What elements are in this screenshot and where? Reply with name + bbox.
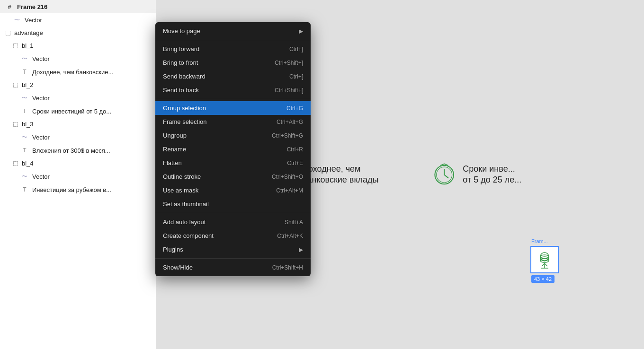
menu-label: Send to back	[163, 87, 199, 94]
sidebar-item-vector3[interactable]: 〜Vector	[0, 91, 156, 105]
sidebar-item-label: Сроки инвестиций от 5 до...	[32, 108, 111, 115]
menu-item-outline-stroke[interactable]: Outline strokeCtrl+Shift+O	[155, 170, 311, 183]
sidebar-item-vector4[interactable]: 〜Vector	[0, 131, 156, 144]
menu-item-send-backward[interactable]: Send backwardCtrl+[	[155, 70, 311, 83]
sidebar-item-text1[interactable]: TДоходнее, чем банковские...	[0, 65, 156, 79]
wave-icon: 〜	[21, 133, 28, 141]
box-icon	[13, 44, 18, 48]
wave-icon: 〜	[21, 173, 28, 180]
sidebar-item-label: bl_4	[22, 160, 34, 167]
menu-item-set-as-thumbnail[interactable]: Set as thumbnail	[155, 197, 311, 211]
menu-label: Show/Hide	[163, 264, 193, 271]
sidebar-item-label: Vector	[32, 95, 50, 102]
menu-label: Rename	[163, 146, 186, 153]
menu-label: Set as thumbnail	[163, 201, 209, 208]
mini-frame-icon	[535, 250, 554, 269]
box-icon	[6, 31, 10, 35]
menu-item-group-selection[interactable]: Group selectionCtrl+G	[155, 101, 311, 115]
sidebar-item-label: Vector	[32, 55, 50, 62]
sidebar-item-label: Frame 216	[17, 3, 47, 10]
menu-label: Outline stroke	[163, 173, 201, 180]
menu-item-add-auto-layout[interactable]: Add auto layoutShift+A	[155, 215, 311, 229]
sidebar-item-label: Vector	[32, 134, 50, 141]
menu-shortcut: Ctrl+Alt+M	[276, 187, 303, 194]
menu-label: Bring to front	[163, 59, 198, 66]
menu-shortcut: Ctrl+]	[289, 46, 303, 52]
sidebar-item-label: Vector	[32, 173, 50, 180]
menu-divider	[155, 40, 311, 40]
menu-label: Frame selection	[163, 118, 206, 125]
mini-frame-size: 43 × 42	[531, 275, 555, 283]
menu-item-show-hide[interactable]: Show/HideCtrl+Shift+H	[155, 261, 311, 274]
menu-shortcut: Ctrl+R	[287, 146, 303, 153]
menu-shortcut: Ctrl+[	[289, 73, 303, 80]
wave-icon: 〜	[21, 55, 28, 62]
sidebar-item-vector2[interactable]: 〜Vector	[0, 52, 156, 65]
mini-selected-frame: Fram... 43 × 42	[530, 246, 559, 273]
submenu-arrow: ▶	[299, 246, 303, 253]
sidebar-item-text2[interactable]: TСроки инвестиций от 5 до...	[0, 105, 156, 118]
menu-item-rename[interactable]: RenameCtrl+R	[155, 142, 311, 156]
menu-item-frame-selection[interactable]: Frame selectionCtrl+Alt+G	[155, 115, 311, 129]
menu-item-bring-forward[interactable]: Bring forwardCtrl+]	[155, 42, 311, 56]
sidebar-item-label: bl_2	[22, 81, 34, 88]
sidebar-item-label: Инвестиции за рубежом в...	[32, 186, 111, 193]
menu-label: Move to page	[163, 27, 200, 35]
sidebar-item-label: bl_1	[22, 42, 34, 49]
menu-label: Bring forward	[163, 45, 199, 52]
menu-item-bring-to-front[interactable]: Bring to frontCtrl+Shift+]	[155, 56, 311, 70]
menu-shortcut: Ctrl+Shift+O	[272, 174, 303, 180]
sidebar-item-vector1[interactable]: 〜Vector	[0, 13, 156, 26]
box-icon	[13, 122, 18, 127]
sidebar-item-text3[interactable]: TВложения от 300$ в меся...	[0, 144, 156, 157]
menu-label: Ungroup	[163, 132, 187, 139]
menu-shortcut: Ctrl+Shift+H	[272, 264, 303, 271]
box-icon	[13, 83, 18, 87]
menu-item-create-component[interactable]: Create componentCtrl+Alt+K	[155, 229, 311, 243]
sidebar-item-text4[interactable]: TИнвестиции за рубежом в...	[0, 183, 156, 196]
menu-label: Create component	[163, 232, 214, 239]
sidebar-item-bl2[interactable]: bl_2	[0, 79, 156, 91]
hash-icon: #	[6, 3, 13, 10]
menu-label: Flatten	[163, 159, 182, 166]
menu-item-ungroup[interactable]: UngroupCtrl+Shift+G	[155, 129, 311, 142]
menu-shortcut: Ctrl+Alt+G	[277, 119, 303, 125]
menu-shortcut: Ctrl+Shift+[	[275, 87, 303, 94]
menu-label: Send backward	[163, 73, 206, 80]
menu-item-plugins[interactable]: Plugins▶	[155, 243, 311, 256]
sidebar-item-bl3[interactable]: bl_3	[0, 118, 156, 131]
menu-shortcut: Shift+A	[285, 219, 303, 226]
menu-item-flatten[interactable]: FlattenCtrl+E	[155, 156, 311, 170]
text-icon: T	[21, 147, 28, 154]
menu-shortcut: Ctrl+G	[286, 105, 303, 112]
sidebar-item-label: Доходнее, чем банковские...	[32, 69, 113, 76]
box-icon	[13, 161, 18, 166]
sidebar-item-advantage[interactable]: advantage	[0, 26, 156, 39]
wave-icon: 〜	[13, 16, 21, 24]
menu-divider	[155, 99, 311, 99]
text-icon: T	[21, 107, 28, 115]
feature1-text: Доходнее, чем банковские вклады	[302, 163, 398, 185]
menu-shortcut: Ctrl+Alt+K	[277, 233, 303, 239]
sidebar-item-label: Вложения от 300$ в меся...	[32, 147, 110, 154]
menu-item-move-to-page[interactable]: Move to page▶	[155, 24, 311, 38]
wave-icon: 〜	[21, 94, 28, 102]
submenu-arrow: ▶	[299, 28, 303, 35]
sidebar-item-frame216[interactable]: #Frame 216	[0, 0, 156, 13]
menu-item-use-as-mask[interactable]: Use as maskCtrl+Alt+M	[155, 183, 311, 197]
sidebar-item-bl1[interactable]: bl_1	[0, 39, 156, 52]
sidebar-item-label: Vector	[25, 17, 42, 24]
sidebar-item-bl4[interactable]: bl_4	[0, 157, 156, 170]
menu-shortcut: Ctrl+Shift+]	[275, 60, 303, 66]
context-menu: Move to page▶Bring forwardCtrl+]Bring to…	[155, 22, 311, 276]
menu-item-send-to-back[interactable]: Send to backCtrl+Shift+[	[155, 83, 311, 97]
menu-label: Use as mask	[163, 187, 198, 194]
feature2-text: Сроки инве...от 5 до 25 ле...	[463, 163, 521, 185]
menu-label: Add auto layout	[163, 218, 206, 226]
sidebar-item-label: advantage	[14, 29, 43, 36]
clock-icon	[432, 163, 456, 186]
menu-shortcut: Ctrl+E	[287, 160, 303, 166]
sidebar-item-vector5[interactable]: 〜Vector	[0, 170, 156, 183]
mini-frame-label: Fram...	[531, 238, 548, 244]
sidebar-item-label: bl_3	[22, 121, 34, 128]
